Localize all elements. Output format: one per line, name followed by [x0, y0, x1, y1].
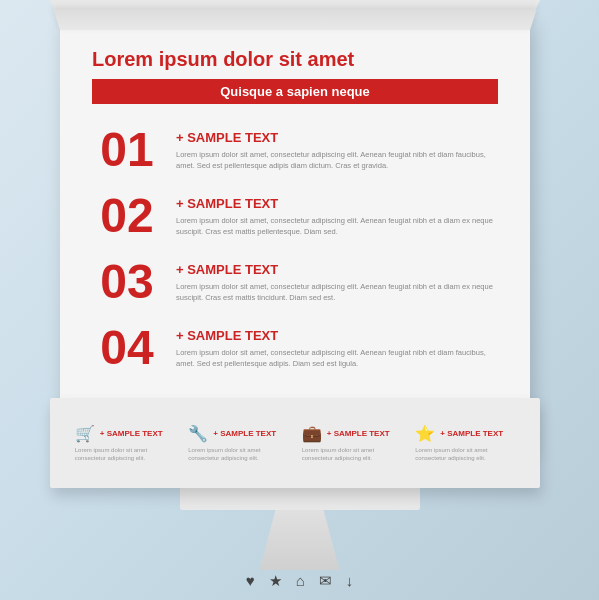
- item-text-4: + SAMPLE TEXT Lorem ipsum dolor sit amet…: [176, 324, 498, 370]
- page-wrapper: Lorem ipsum dolor sit amet Quisque a sap…: [0, 0, 599, 600]
- item-text-1: + SAMPLE TEXT Lorem ipsum dolor sit amet…: [176, 126, 498, 172]
- item-row-3: 03 + SAMPLE TEXT Lorem ipsum dolor sit a…: [92, 258, 498, 306]
- wrench-icon: 🔧: [188, 424, 208, 443]
- shelf-heading-3[interactable]: + SAMPLE TEXT: [327, 429, 390, 438]
- main-paper-card: Lorem ipsum dolor sit amet Quisque a sap…: [60, 18, 530, 452]
- item-number-1: 01: [92, 126, 162, 174]
- item-desc-2: Lorem ipsum dolor sit amet, consectetur …: [176, 215, 498, 238]
- item-desc-4: Lorem ipsum dolor sit amet, consectetur …: [176, 347, 498, 370]
- item-number-4: 04: [92, 324, 162, 372]
- item-desc-1: Lorem ipsum dolor sit amet, consectetur …: [176, 149, 498, 172]
- shelf-desc-4: Lorem ipsum dolor sit amet consectetur a…: [415, 446, 515, 463]
- shelf-item-1: 🛒 + SAMPLE TEXT Lorem ipsum dolor sit am…: [75, 424, 175, 463]
- shelf-desc-1: Lorem ipsum dolor sit amet consectetur a…: [75, 446, 175, 463]
- card-content: Lorem ipsum dolor sit amet Quisque a sap…: [60, 18, 530, 452]
- shelf-item-top-2: 🔧 + SAMPLE TEXT: [188, 424, 276, 443]
- shelf-item-top-1: 🛒 + SAMPLE TEXT: [75, 424, 163, 443]
- item-row-4: 04 + SAMPLE TEXT Lorem ipsum dolor sit a…: [92, 324, 498, 372]
- shelf-item-top-3: 💼 + SAMPLE TEXT: [302, 424, 390, 443]
- item-heading-2[interactable]: + SAMPLE TEXT: [176, 196, 498, 211]
- home-icon: ⌂: [296, 572, 305, 590]
- item-text-3: + SAMPLE TEXT Lorem ipsum dolor sit amet…: [176, 258, 498, 304]
- card-subtitle: Quisque a sapien neque: [92, 79, 498, 104]
- item-text-2: + SAMPLE TEXT Lorem ipsum dolor sit amet…: [176, 192, 498, 238]
- card-title: Lorem ipsum dolor sit amet: [92, 48, 498, 71]
- cart-icon: 🛒: [75, 424, 95, 443]
- item-row-2: 02 + SAMPLE TEXT Lorem ipsum dolor sit a…: [92, 192, 498, 240]
- download-icon: ↓: [346, 572, 354, 590]
- shelf-item-3: 💼 + SAMPLE TEXT Lorem ipsum dolor sit am…: [302, 424, 402, 463]
- shelf-desc-2: Lorem ipsum dolor sit amet consectetur a…: [188, 446, 288, 463]
- mail-icon: ✉: [319, 572, 332, 590]
- pedestal-neck: [260, 510, 340, 570]
- item-desc-3: Lorem ipsum dolor sit amet, consectetur …: [176, 281, 498, 304]
- item-heading-3[interactable]: + SAMPLE TEXT: [176, 262, 498, 277]
- heart-icon: ♥: [246, 572, 255, 590]
- shelf-desc-3: Lorem ipsum dolor sit amet consectetur a…: [302, 446, 402, 463]
- item-number-2: 02: [92, 192, 162, 240]
- shelf-item-2: 🔧 + SAMPLE TEXT Lorem ipsum dolor sit am…: [188, 424, 288, 463]
- star-bottom-icon: ★: [269, 572, 282, 590]
- shelf-heading-4[interactable]: + SAMPLE TEXT: [440, 429, 503, 438]
- shelf-item-4: ⭐ + SAMPLE TEXT Lorem ipsum dolor sit am…: [415, 424, 515, 463]
- shelf-card: 🛒 + SAMPLE TEXT Lorem ipsum dolor sit am…: [50, 398, 540, 488]
- shelf-item-top-4: ⭐ + SAMPLE TEXT: [415, 424, 503, 443]
- item-number-3: 03: [92, 258, 162, 306]
- item-row-1: 01 + SAMPLE TEXT Lorem ipsum dolor sit a…: [92, 126, 498, 174]
- pedestal: [180, 480, 420, 570]
- item-heading-1[interactable]: + SAMPLE TEXT: [176, 130, 498, 145]
- star-icon: ⭐: [415, 424, 435, 443]
- item-heading-4[interactable]: + SAMPLE TEXT: [176, 328, 498, 343]
- briefcase-icon: 💼: [302, 424, 322, 443]
- bottom-icons-row: ♥ ★ ⌂ ✉ ↓: [246, 572, 353, 590]
- shelf-heading-2[interactable]: + SAMPLE TEXT: [213, 429, 276, 438]
- top-fold: [53, 10, 536, 30]
- shelf-heading-1[interactable]: + SAMPLE TEXT: [100, 429, 163, 438]
